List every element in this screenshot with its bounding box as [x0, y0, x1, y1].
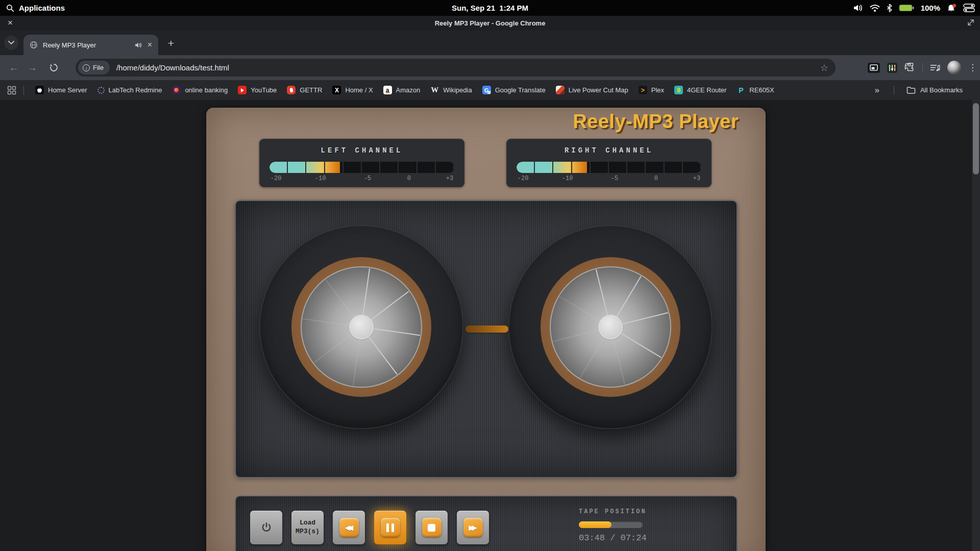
- browser-menu-icon[interactable]: ⋮: [968, 62, 977, 73]
- tape-position-fill: [579, 521, 611, 528]
- bookmarks-overflow-button[interactable]: »: [867, 85, 886, 95]
- bookmark-home-server[interactable]: Home Server: [30, 83, 92, 97]
- reload-button[interactable]: [45, 55, 62, 80]
- load-mp3-button[interactable]: Load MP3(s): [291, 511, 324, 544]
- bookmark-plex[interactable]: > Plex: [633, 83, 669, 97]
- profile-avatar[interactable]: [947, 61, 961, 74]
- bookmark-amazon[interactable]: a Amazon: [378, 83, 426, 97]
- tick-label: 0: [407, 175, 411, 182]
- router-icon: 8: [674, 86, 683, 94]
- vu-meter-left-bar: [270, 162, 454, 173]
- bookmark-online-banking[interactable]: online banking: [167, 83, 233, 97]
- tick-label: -20: [518, 175, 529, 182]
- left-tape-reel: [259, 225, 463, 429]
- youtube-icon: [238, 86, 247, 94]
- bookmarks-bar: Home Server LabTech Redmine online banki…: [0, 80, 980, 100]
- tab-search-button[interactable]: [4, 36, 18, 50]
- plex-icon: >: [639, 86, 647, 94]
- bookmark-youtube[interactable]: YouTube: [233, 83, 282, 97]
- bookmark-google-translate[interactable]: G Google Translate: [477, 83, 551, 97]
- bookmark-label: GETTR: [300, 86, 322, 94]
- new-tab-button[interactable]: +: [164, 37, 178, 50]
- tick-label: -10: [315, 175, 326, 182]
- bookmark-star-icon[interactable]: ☆: [820, 62, 828, 73]
- clock[interactable]: Sun, Sep 21 1:24 PM: [0, 4, 980, 12]
- url-text[interactable]: /home/diddy/Downloads/test.html: [116, 63, 820, 72]
- load-label-line1: Load: [296, 519, 320, 528]
- window-title: Reely MP3 Player - Google Chrome: [0, 19, 980, 27]
- reel-hub: [599, 316, 622, 338]
- equalizer-extension-icon[interactable]: [887, 63, 897, 73]
- tick-label: -5: [611, 175, 618, 182]
- tick-label: -10: [562, 175, 573, 182]
- system-tray[interactable]: 100%: [853, 0, 975, 16]
- power-button[interactable]: [250, 511, 282, 544]
- redmine-icon: [97, 87, 105, 94]
- tape-position-label: TAPE POSITION: [579, 508, 647, 515]
- globe-icon: [30, 41, 38, 49]
- bookmark-4gee-router[interactable]: 8 4GEE Router: [669, 83, 731, 97]
- tab-title: Reely MP3 Player: [43, 41, 135, 49]
- player-cabinet: Reely-MP3 Player LEFT CHANNEL -20 -10 -5…: [206, 108, 766, 551]
- tick-label: 0: [654, 175, 658, 182]
- page-title: Reely-MP3 Player: [573, 111, 739, 133]
- bookmark-home-x[interactable]: X Home / X: [327, 83, 378, 97]
- extensions-puzzle-icon[interactable]: [904, 62, 915, 73]
- window-titlebar: × Reely MP3 Player - Google Chrome: [0, 16, 980, 31]
- tab-strip: Reely MP3 Player × +: [0, 31, 980, 55]
- tab-reely-mp3-player[interactable]: Reely MP3 Player ×: [23, 35, 158, 55]
- transport-panel: Load MP3(s) TAPE POSITION: [235, 495, 738, 551]
- desktop: Applications Sun, Sep 21 1:24 PM 100%: [0, 0, 980, 551]
- bookmark-label: 4GEE Router: [687, 86, 726, 94]
- bookmark-re605x[interactable]: P RE605X: [731, 83, 779, 97]
- fast-forward-button[interactable]: [457, 511, 489, 544]
- toolbar-actions: ⋮: [868, 55, 977, 80]
- bookmark-label: Wikipedia: [443, 86, 472, 94]
- window-restore-icon[interactable]: [967, 18, 975, 27]
- tplink-icon: P: [737, 86, 745, 94]
- scrollbar-thumb[interactable]: [973, 103, 979, 174]
- media-controls-icon[interactable]: [930, 64, 940, 72]
- system-top-bar: Applications Sun, Sep 21 1:24 PM 100%: [0, 0, 980, 16]
- google-translate-icon: G: [482, 86, 491, 94]
- bookmark-wikipedia[interactable]: W Wikipedia: [425, 83, 477, 97]
- toolbar-separator: [922, 63, 923, 73]
- bookmark-live-power-cut-map[interactable]: Live Power Cut Map: [551, 83, 633, 97]
- wifi-icon: [870, 4, 880, 12]
- meter-label: LEFT CHANNEL: [259, 146, 464, 155]
- x-icon: X: [332, 86, 341, 94]
- bookmark-label: Plex: [651, 86, 664, 94]
- info-icon: i: [83, 64, 90, 71]
- battery-icon: [899, 4, 914, 12]
- bookmark-label: Home / X: [345, 86, 373, 94]
- screen-capture-icon[interactable]: [868, 63, 880, 73]
- back-button[interactable]: ←: [5, 55, 22, 80]
- bank-icon: [172, 86, 181, 94]
- tab-audio-icon[interactable]: [135, 42, 142, 48]
- stop-button[interactable]: [415, 511, 448, 544]
- forward-button[interactable]: →: [23, 55, 41, 80]
- omnibox[interactable]: i File /home/diddy/Downloads/test.html ☆: [76, 59, 836, 77]
- quick-settings-icon: [963, 4, 975, 12]
- tick-label: +3: [446, 175, 453, 182]
- page-scrollbar[interactable]: [972, 100, 980, 551]
- tick-label: -5: [364, 175, 371, 182]
- vu-meter-right: RIGHT CHANNEL -20 -10 -5 0 +3: [506, 139, 712, 187]
- bookmark-label: LabTech Redmine: [109, 86, 162, 94]
- bookmark-label: Live Power Cut Map: [569, 86, 628, 94]
- bookmark-labtech-redmine[interactable]: LabTech Redmine: [92, 83, 167, 97]
- meter-scale: -20 -10 -5 0 +3: [270, 175, 454, 183]
- pause-button[interactable]: [374, 511, 406, 544]
- rewind-button[interactable]: [333, 511, 365, 544]
- all-bookmarks-button[interactable]: All Bookmarks: [900, 83, 969, 97]
- tab-close-icon[interactable]: ×: [148, 40, 152, 49]
- bookmark-label: Home Server: [48, 86, 87, 94]
- apple-icon: [35, 86, 44, 94]
- volume-icon: [853, 4, 863, 12]
- reel-hub: [350, 316, 373, 338]
- bookmark-gettr[interactable]: GETTR: [282, 83, 327, 97]
- notification-bell-icon: [947, 4, 957, 13]
- url-scheme-chip[interactable]: i File: [78, 61, 110, 74]
- chip-label: File: [93, 64, 104, 71]
- apps-grid-icon[interactable]: [7, 86, 16, 95]
